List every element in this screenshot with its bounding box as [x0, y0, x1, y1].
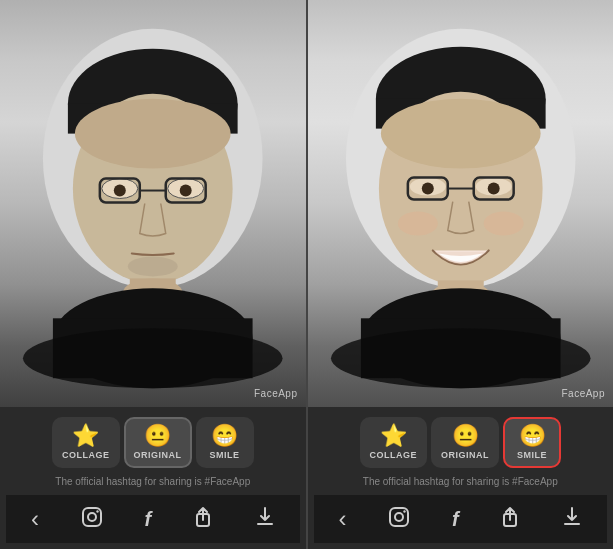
- main-content: FaceApp ⭐ COLLAGE 😐 ORIGINAL 😁 SMILE: [0, 0, 613, 549]
- left-filter-original[interactable]: 😐 ORIGINAL: [124, 417, 192, 468]
- right-share-button[interactable]: [496, 502, 524, 537]
- right-facebook-button[interactable]: f: [448, 504, 463, 535]
- right-hashtag: The official hashtag for sharing is #Fac…: [314, 474, 608, 489]
- right-instagram-button[interactable]: [384, 502, 414, 537]
- left-back-button[interactable]: ‹: [27, 501, 43, 537]
- left-toolbar: ⭐ COLLAGE 😐 ORIGINAL 😁 SMILE The officia…: [0, 407, 306, 549]
- right-filter-collage[interactable]: ⭐ COLLAGE: [360, 417, 428, 468]
- original-icon-right: 😐: [452, 425, 479, 447]
- left-share-button[interactable]: [189, 502, 217, 537]
- svg-point-36: [487, 183, 499, 195]
- collage-label-left: COLLAGE: [62, 450, 110, 460]
- smile-label-left: SMILE: [209, 450, 239, 460]
- collage-label-right: COLLAGE: [370, 450, 418, 460]
- left-photo-bg: FaceApp: [0, 0, 306, 407]
- svg-point-44: [395, 513, 403, 521]
- smile-icon-right: 😁: [519, 425, 546, 447]
- left-instagram-button[interactable]: [77, 502, 107, 537]
- left-bottom-nav: ‹ f: [6, 495, 300, 543]
- original-label-left: ORIGINAL: [134, 450, 182, 460]
- right-download-button[interactable]: [558, 502, 586, 537]
- right-filter-original[interactable]: 😐 ORIGINAL: [431, 417, 499, 468]
- smile-icon-left: 😁: [211, 425, 238, 447]
- left-hashtag: The official hashtag for sharing is #Fac…: [6, 474, 300, 489]
- svg-point-10: [114, 185, 126, 197]
- left-download-button[interactable]: [251, 502, 279, 537]
- right-toolbar: ⭐ COLLAGE 😐 ORIGINAL 😁 SMILE The officia…: [308, 407, 614, 549]
- right-filter-row: ⭐ COLLAGE 😐 ORIGINAL 😁 SMILE: [314, 417, 608, 468]
- svg-point-18: [23, 328, 283, 388]
- right-watermark: FaceApp: [561, 388, 605, 399]
- svg-point-11: [180, 185, 192, 197]
- original-label-right: ORIGINAL: [441, 450, 489, 460]
- right-filter-smile[interactable]: 😁 SMILE: [503, 417, 561, 468]
- left-filter-smile[interactable]: 😁 SMILE: [196, 417, 254, 468]
- svg-point-12: [128, 256, 178, 276]
- svg-point-4: [75, 99, 231, 169]
- left-panel: FaceApp ⭐ COLLAGE 😐 ORIGINAL 😁 SMILE: [0, 0, 308, 549]
- right-bottom-nav: ‹ f: [314, 495, 608, 543]
- smile-label-right: SMILE: [517, 450, 547, 460]
- left-facebook-button[interactable]: f: [140, 504, 155, 535]
- left-photo: FaceApp: [0, 0, 306, 407]
- collage-icon-right: ⭐: [380, 425, 407, 447]
- right-photo-bg: FaceApp: [308, 0, 614, 407]
- right-panel: FaceApp ⭐ COLLAGE 😐 ORIGINAL 😁 SMILE: [308, 0, 614, 549]
- collage-icon-left: ⭐: [72, 425, 99, 447]
- right-photo: FaceApp: [308, 0, 614, 407]
- left-filter-collage[interactable]: ⭐ COLLAGE: [52, 417, 120, 468]
- svg-point-35: [421, 183, 433, 195]
- svg-point-21: [96, 510, 98, 512]
- svg-point-27: [380, 99, 540, 169]
- right-back-button[interactable]: ‹: [334, 501, 350, 537]
- original-icon-left: 😐: [144, 425, 171, 447]
- svg-point-29: [483, 211, 523, 235]
- left-filter-row: ⭐ COLLAGE 😐 ORIGINAL 😁 SMILE: [6, 417, 300, 468]
- svg-point-20: [88, 513, 96, 521]
- svg-point-42: [330, 328, 590, 388]
- svg-point-45: [403, 510, 405, 512]
- left-watermark: FaceApp: [254, 388, 298, 399]
- svg-point-28: [397, 211, 437, 235]
